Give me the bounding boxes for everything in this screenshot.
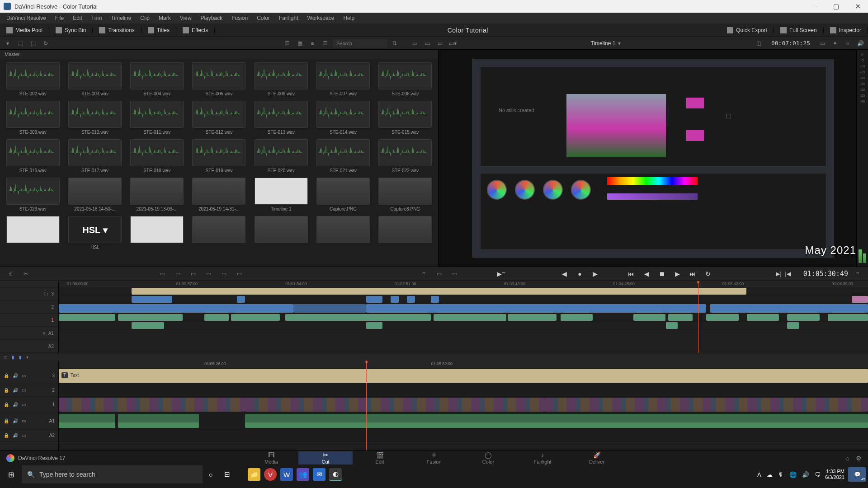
- audio-toggle-icon[interactable]: 🔊: [13, 402, 18, 407]
- video-toggle-icon[interactable]: ▭: [22, 402, 26, 407]
- upper-ruler[interactable]: 01:00:00:0001:00:57:0001:01:54:0001:02:5…: [59, 281, 868, 287]
- media-clip[interactable]: [252, 216, 310, 250]
- track-header[interactable]: 🔒🔊▭3: [0, 368, 58, 384]
- menu-trim[interactable]: Trim: [88, 14, 106, 22]
- teams-icon[interactable]: 👥: [297, 468, 309, 481]
- media-clip[interactable]: STE-012.wav: [190, 101, 248, 135]
- outlook-icon[interactable]: ✉: [313, 468, 326, 481]
- media-clip[interactable]: STE-011.wav: [128, 101, 186, 135]
- menu-playback[interactable]: Playback: [197, 14, 226, 22]
- media-clip[interactable]: STE-014.wav: [314, 101, 372, 135]
- lock-icon[interactable]: 🔒: [4, 402, 9, 408]
- lock-icon[interactable]: 🔒: [4, 373, 9, 379]
- media-clip[interactable]: 2021-05-18 14-50-...: [66, 178, 124, 211]
- media-clip[interactable]: [314, 216, 372, 250]
- menu-davinci-resolve[interactable]: DaVinci Resolve: [3, 14, 50, 22]
- media-clip[interactable]: [4, 216, 62, 250]
- tools-2-icon[interactable]: ▭: [433, 268, 445, 279]
- last-frame-icon[interactable]: ⏭: [686, 268, 699, 280]
- loop-icon[interactable]: ○: [843, 39, 853, 48]
- video-toggle-icon[interactable]: ▭: [22, 388, 26, 393]
- cortana-icon[interactable]: ○: [204, 468, 217, 481]
- menu-file[interactable]: File: [52, 14, 67, 22]
- task-view-icon[interactable]: ⊟: [221, 468, 233, 481]
- close-button[interactable]: ✕: [852, 3, 864, 10]
- jog-icon[interactable]: ●: [573, 268, 586, 280]
- stop-icon[interactable]: ⏹: [656, 268, 668, 280]
- tools-1-icon[interactable]: ≡: [418, 268, 429, 279]
- media-clip[interactable]: STE-018.wav: [128, 139, 186, 173]
- fullscreen-button[interactable]: Full Screen: [774, 27, 824, 33]
- sort-icon[interactable]: ⇅: [390, 39, 400, 48]
- menu-clip[interactable]: Clip: [137, 14, 153, 22]
- page-media[interactable]: 🎞Media: [244, 451, 298, 465]
- page-deliver[interactable]: 🚀Deliver: [570, 451, 624, 465]
- media-clip[interactable]: Capture.PNG: [314, 178, 372, 211]
- track-header[interactable]: 🔒🔊▭1: [0, 397, 58, 413]
- sync-icon[interactable]: ↻: [41, 39, 51, 48]
- media-pool-button[interactable]: Media Pool: [0, 27, 49, 33]
- taskbar-search[interactable]: 🔍 Type here to search: [22, 465, 203, 483]
- transitions-button[interactable]: Transitions: [93, 27, 141, 33]
- media-clip[interactable]: STE-005.wav: [190, 62, 248, 96]
- viewer-mode-3-icon[interactable]: ▭: [435, 39, 445, 48]
- media-clip[interactable]: STE-015.wav: [376, 101, 434, 135]
- audio-toggle-icon[interactable]: 🔊: [13, 433, 18, 438]
- media-clip[interactable]: STE-013.wav: [252, 101, 310, 135]
- track-header[interactable]: 🔒🔊▭A2: [0, 429, 58, 442]
- play-reverse-icon[interactable]: ◀: [640, 268, 653, 280]
- word-icon[interactable]: W: [280, 468, 293, 481]
- notification-center[interactable]: 💬 45: [848, 467, 866, 482]
- lower-ruler[interactable]: 01:05:26:0001:05:32:00: [59, 361, 868, 368]
- page-cut[interactable]: ✂Cut: [298, 451, 353, 465]
- go-prev-icon[interactable]: |◀: [785, 271, 791, 277]
- menu-timeline[interactable]: Timeline: [107, 14, 135, 22]
- track-header[interactable]: 🔒🔊▭A1: [0, 413, 58, 429]
- search-input[interactable]: [333, 39, 387, 48]
- home-icon[interactable]: ⌂: [846, 455, 849, 462]
- media-clip[interactable]: Capture8.PNG: [376, 178, 434, 211]
- tray-chevron-icon[interactable]: ᐱ: [757, 471, 761, 478]
- media-clip[interactable]: STE-017.wav: [66, 139, 124, 173]
- media-clip[interactable]: STE-007.wav: [314, 62, 372, 96]
- audio-toggle-icon[interactable]: 🔊: [13, 418, 18, 423]
- loop-playback-icon[interactable]: ↻: [702, 268, 714, 280]
- settings-icon[interactable]: ⚙: [856, 455, 862, 462]
- boring-detector-icon[interactable]: ⎋: [5, 268, 16, 279]
- list-dropdown-icon[interactable]: ▾: [3, 39, 13, 48]
- mute-icon[interactable]: 🔊: [855, 39, 865, 48]
- menu-fairlight[interactable]: Fairlight: [275, 14, 302, 22]
- maximize-button[interactable]: ▢: [830, 3, 843, 10]
- media-clip[interactable]: STE-019.wav: [190, 139, 248, 173]
- file-explorer-icon[interactable]: 📁: [248, 468, 260, 481]
- media-clip[interactable]: 2021-05-19 13-09-...: [128, 178, 186, 211]
- timeline-opts-icon[interactable]: T↕: [43, 291, 48, 296]
- media-clip[interactable]: STE-010.wav: [66, 101, 124, 135]
- media-clip[interactable]: STE-008.wav: [376, 62, 434, 96]
- media-clip[interactable]: Timeline 1: [252, 178, 310, 211]
- media-clip[interactable]: [376, 216, 434, 250]
- vivaldi-icon[interactable]: V: [264, 468, 277, 481]
- media-clip[interactable]: STE-021.wav: [314, 139, 372, 173]
- video-toggle-icon[interactable]: ▭: [22, 418, 26, 423]
- upper-playhead[interactable]: [698, 281, 698, 353]
- menu-workspace[interactable]: Workspace: [304, 14, 338, 22]
- ripple-icon[interactable]: ▭: [187, 268, 199, 279]
- view-thumb-icon[interactable]: ▦: [295, 39, 305, 48]
- timecode-menu-icon[interactable]: ≡: [852, 268, 863, 279]
- ime-icon[interactable]: 🗨: [815, 471, 821, 478]
- lower-tracks[interactable]: 01:05:26:0001:05:32:00 T Text: [59, 361, 868, 450]
- viewer-opts-icon[interactable]: ▭▾: [448, 39, 458, 48]
- media-clip[interactable]: STE-002.wav: [4, 62, 62, 96]
- media-clip[interactable]: STE-023.wav: [4, 178, 62, 211]
- upper-tracks[interactable]: 01:00:00:0001:00:57:0001:01:54:0001:02:5…: [59, 281, 868, 353]
- page-color[interactable]: ◯Color: [461, 451, 515, 465]
- audio-clip[interactable]: [59, 414, 115, 428]
- menu-edit[interactable]: Edit: [69, 14, 86, 22]
- lower-playhead[interactable]: [366, 361, 367, 450]
- marker-icon[interactable]: ▮: [12, 355, 14, 360]
- volume-icon[interactable]: 🔊: [802, 471, 809, 478]
- go-next-icon[interactable]: ▶|: [776, 271, 781, 277]
- start-button[interactable]: ⊞: [0, 465, 22, 483]
- resolve-task-icon[interactable]: ◐: [329, 468, 342, 481]
